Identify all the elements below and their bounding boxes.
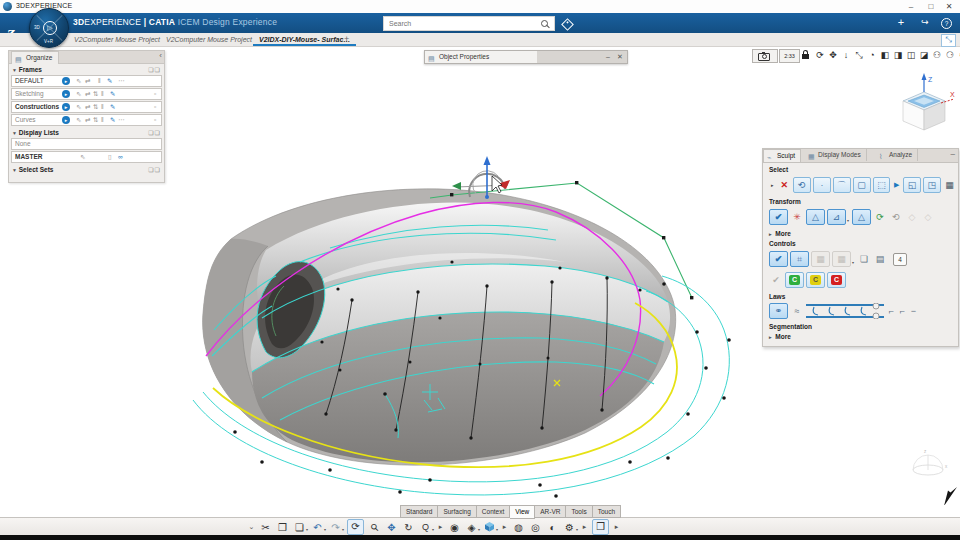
zoom-icon[interactable]: Q (419, 522, 432, 532)
list-glasses-icon[interactable]: ∞ (118, 152, 123, 162)
globe-icon[interactable]: ◔ (866, 49, 878, 62)
translate-button[interactable]: △ (806, 209, 825, 225)
select-cube-a-button[interactable]: ◱ (903, 177, 921, 193)
dropdown-caret[interactable]: ▾ (847, 218, 849, 223)
rotate-green-icon[interactable]: ⟳ (873, 209, 887, 225)
deselect-button[interactable]: ✕ (778, 177, 791, 193)
select-sets-section-header[interactable]: ▼ Select Sets ❏❏ (9, 164, 164, 174)
law-link-button[interactable]: ⚭ (769, 303, 788, 319)
arrow-down-icon[interactable]: ↓ (840, 49, 852, 62)
group-arrow[interactable]: ▸ (437, 523, 444, 531)
frame-edit-icon[interactable]: ✎ (110, 89, 115, 99)
continuity-red-button[interactable]: C (827, 272, 846, 288)
frame-box-icon[interactable]: ▫ (154, 102, 156, 112)
frame-columns-icon[interactable]: ‖ (101, 115, 104, 125)
user-icon[interactable]: ⚆ (944, 49, 956, 62)
frame-play-icon[interactable]: ▸ (62, 77, 70, 85)
camera-icon[interactable]: ◉ (448, 522, 461, 533)
frame-play-icon[interactable]: ▸ (62, 116, 70, 124)
order-badge[interactable]: 4 (893, 253, 907, 266)
copy-icon[interactable]: ❐ (276, 522, 289, 533)
frame-cursor-icon[interactable]: ⇖ (76, 89, 81, 99)
panel-minimize-icon[interactable]: – (951, 149, 955, 158)
grid-select-icon[interactable]: ▦ (943, 177, 956, 193)
frame-cursor-icon[interactable]: ⇖ (76, 76, 81, 86)
law-slider-handle-bottom[interactable] (873, 313, 879, 319)
panel-minimize-icon[interactable]: – (603, 51, 613, 63)
group-arrow[interactable]: ▸ (613, 523, 620, 531)
frame-swap-icon[interactable]: ⇄ (85, 115, 90, 125)
pan-icon[interactable]: ✥ (827, 49, 839, 62)
frame-columns-icon[interactable]: ‖ (101, 102, 104, 112)
frame-cursor-icon[interactable]: ⇖ (76, 102, 81, 112)
control-cage-button[interactable]: ⌗ (790, 251, 809, 267)
cut-icon[interactable]: ✂ (259, 522, 272, 533)
dropdown-caret[interactable]: ▾ (342, 527, 344, 532)
tab-project-1[interactable]: V2Computer Mouse Project (68, 33, 166, 46)
panel-close-icon[interactable]: ✕ (615, 51, 625, 63)
resize-icon[interactable]: ⤡ (853, 49, 865, 62)
frame-row-sketching[interactable]: Sketching ▸ ⇖ ⇄ ⇅ ‖ ✎ ▫ (11, 88, 162, 100)
continuity-green-button[interactable]: C (785, 272, 804, 288)
add-icon[interactable]: + (894, 16, 908, 29)
select-sets-new-icons[interactable]: ❏❏ (148, 166, 161, 173)
dropdown-caret[interactable]: ▾ (496, 527, 498, 532)
new-tab-button[interactable]: + (344, 33, 349, 46)
frame-play-icon[interactable]: ▸ (62, 103, 70, 111)
frame-swap2-icon[interactable]: ⇅ (93, 102, 98, 112)
frame-swap-icon[interactable]: ⇄ (85, 89, 90, 99)
frames-new-icons[interactable]: ❏❏ (148, 66, 161, 73)
search-input[interactable] (384, 17, 539, 30)
controls-confirm-button[interactable]: ✔ (769, 251, 788, 267)
axes-star-icon[interactable]: ✳ (790, 209, 804, 225)
tab-tools[interactable]: Tools (566, 505, 592, 518)
frame-edit-icon[interactable]: ✎ (110, 102, 115, 112)
object-properties-bar[interactable]: ▤ Object Properties – ✕ (424, 50, 628, 64)
paste-icon[interactable]: ❏ (293, 522, 306, 533)
frame-edit-icon[interactable]: ✎ (110, 115, 115, 125)
law-profile-slider[interactable] (806, 303, 884, 319)
iso-view-icon[interactable]: ◈ (465, 522, 478, 533)
tab-organize[interactable]: ▤ Organize (11, 51, 59, 64)
frame-edit-icon[interactable]: ✎ (107, 76, 112, 86)
check-gray-icon[interactable]: ✔ (769, 272, 783, 288)
contrast-icon[interactable]: ◧ (879, 49, 891, 62)
tab-ar-vr[interactable]: AR-VR (535, 505, 566, 518)
update-icon[interactable]: ⟳ (347, 519, 364, 535)
collapse-panel-icon[interactable]: ‹ (159, 51, 162, 60)
cube-icon[interactable]: ◪ (918, 49, 930, 62)
frame-swap-icon[interactable]: ⇄ (85, 102, 90, 112)
3dexperience-compass[interactable]: ▷ 3D V+R (29, 8, 69, 48)
frames-section-header[interactable]: ▼ Frames ❏❏ (9, 64, 164, 74)
law-curve-icon[interactable]: ≈ (790, 303, 804, 319)
dropdown-caret[interactable]: ▾ (576, 527, 578, 532)
share-icon[interactable]: ↪ (918, 16, 932, 29)
restore-workspace-icon[interactable]: ⤡ (941, 34, 956, 47)
frame-swap2-icon[interactable]: ⇅ (93, 89, 98, 99)
help-icon[interactable]: ? (941, 18, 952, 29)
tab-context[interactable]: Context (477, 505, 510, 518)
close-button[interactable]: ✕ (940, 1, 958, 12)
more-section-label[interactable]: ▸ More (769, 230, 958, 237)
pan-icon[interactable]: ✥ (385, 522, 398, 533)
list-bar-icon[interactable]: ▯ (108, 152, 112, 162)
orbit-icon[interactable]: ↻ (402, 522, 415, 533)
frame-swap-icon[interactable]: ⇄ (85, 76, 90, 86)
invert-icon[interactable]: ◨ (892, 49, 904, 62)
display-list-row-none[interactable]: None (11, 138, 162, 150)
dropdown-caret[interactable]: ▾ (852, 260, 854, 265)
minimize-button[interactable]: – (902, 1, 920, 12)
law-step2-icon[interactable]: ⌐ (898, 303, 907, 319)
box-arrow-icon[interactable]: ❏ (857, 251, 871, 267)
frame-columns-icon[interactable]: ‖ (98, 76, 101, 86)
rotate-tool-button[interactable]: △ (852, 209, 871, 225)
shading-edges-icon[interactable]: ◎ (529, 522, 542, 533)
users-icon[interactable]: ⚇ (931, 49, 943, 62)
frame-play-icon[interactable]: ▸ (62, 90, 70, 98)
tab-sculpt[interactable]: ⌁ Sculpt (763, 149, 801, 162)
select-surface-button[interactable]: ▢ (853, 177, 871, 193)
zoom-fit-icon[interactable]: ⚲ (366, 519, 383, 536)
view-cube[interactable]: Z X (903, 73, 955, 130)
rotate-gray-icon[interactable]: ⟲ (889, 209, 903, 225)
maximize-button[interactable]: □ (922, 1, 940, 12)
